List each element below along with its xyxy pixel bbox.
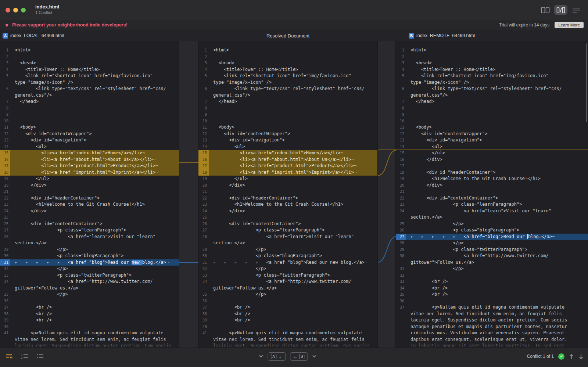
resolved-code-pane[interactable]: 1<html>23 <head>4 <title>Tower :: Home</… (198, 41, 377, 348)
line-number: 8 (0, 105, 10, 112)
code-text (10, 105, 179, 112)
close-window-button[interactable] (6, 8, 10, 12)
line-number: 10 (396, 118, 406, 125)
line-number: 4 (198, 66, 209, 73)
blue-connector-curve (378, 237, 396, 262)
merge-view-button[interactable] (554, 5, 567, 15)
line-number: 21 (0, 188, 10, 195)
invisible-char: ¬ (155, 170, 158, 175)
invisibles-icon (36, 353, 44, 360)
code-text: <br /> (10, 304, 179, 311)
promo-message: Please support your neighborhood indie d… (12, 22, 128, 28)
line-number (0, 337, 10, 343)
take-a-options-chevron[interactable] (259, 355, 263, 358)
code-row: 32 </p> (0, 266, 179, 272)
code-row: 27▸ ▸ ▸ ▸ ▸ <a href="blog">Read our blog… (396, 234, 588, 240)
code-row: 23 <h1>Welcome to the Git Crash Course!<… (198, 201, 377, 208)
code-text: </div> (406, 156, 588, 163)
take-b-button[interactable]: ← B (290, 352, 308, 361)
window-controls (6, 8, 26, 12)
code-text: type="image/x-icon" /> (209, 79, 377, 86)
line-number: 17 (396, 163, 406, 169)
code-row: 34 <br /> (396, 285, 588, 292)
code-row: 20 </div> (198, 182, 377, 189)
code-row: 9 (0, 111, 179, 118)
line-number: 21 (198, 188, 209, 195)
code-row: 22 <div id="headerContainer"> (198, 195, 377, 202)
code-text: <br /> (406, 285, 588, 292)
local-code-pane[interactable]: 1<html>23 <head>4 <title>Tower :: Home</… (0, 41, 179, 348)
unified-view-icon (572, 7, 581, 14)
code-row: 13 <div id="navigation"> (0, 137, 179, 144)
invisibles-button[interactable] (35, 352, 45, 360)
code-row: 25 </p> (396, 221, 588, 227)
code-text: vitae nec lorem. Sed tincidunt sem enim,… (10, 337, 179, 343)
code-row: 5 <link rel="shortcut icon" href="img/fa… (0, 73, 179, 79)
file-a-badge: A (3, 33, 8, 39)
code-row: general.css"/> (198, 92, 377, 99)
code-text (406, 111, 588, 118)
code-row: 33 <br /> (396, 278, 588, 285)
take-a-button[interactable]: A → (268, 352, 286, 361)
code-row: 26 <div id="contentContainer"> (198, 221, 377, 227)
code-text: <li><a href="product.html">Product</a></… (10, 163, 179, 169)
scrollbar[interactable] (586, 43, 587, 122)
code-text (10, 298, 179, 305)
code-row: 37 <br /> (198, 304, 377, 311)
code-row: 16 <li><a href="about.html">About Us</a>… (198, 156, 377, 163)
line-number: 28 (198, 234, 209, 240)
line-number (0, 240, 10, 247)
code-row: 22 <div id="contentContainer"> (396, 195, 588, 202)
previous-conflict-button[interactable] (569, 353, 574, 360)
code-text: general.css"/> (209, 92, 377, 99)
line-number: 12 (396, 131, 406, 137)
chevron-down-icon (312, 355, 317, 358)
code-row: 4 <title>Tower :: Home</title> (0, 66, 179, 73)
zoom-window-button[interactable] (21, 8, 26, 12)
line-number: 27 (198, 227, 209, 234)
code-row: 21 (198, 188, 377, 195)
line-number: 36 (198, 298, 209, 305)
changes-list-button[interactable] (4, 352, 14, 360)
invisible-char: ¬ (155, 163, 158, 168)
code-text (10, 118, 179, 125)
take-b-options-chevron[interactable] (312, 355, 317, 358)
two-pane-view-button[interactable] (539, 5, 552, 15)
remote-code-pane[interactable]: 1<html>23 <head>4 <title>Tower :: Home</… (396, 41, 588, 348)
line-number: 29 (198, 247, 209, 253)
line-number (396, 330, 406, 337)
line-number: 6 (198, 86, 209, 92)
line-numbers-button[interactable]: 1 2 (20, 352, 29, 360)
minimize-window-button[interactable] (13, 8, 18, 12)
line-number: 31 (198, 259, 209, 266)
code-row: lacinia eget. Suspendisse dictum auctor … (396, 317, 588, 324)
unified-view-button[interactable] (570, 5, 583, 15)
code-row: 1<html> (0, 47, 179, 54)
code-row: general.css"/> (396, 92, 588, 99)
code-text: <div id="headerContainer"> (209, 195, 377, 202)
code-row: 14 <ul> (0, 144, 179, 150)
invisible-char: ▸ (245, 260, 256, 265)
svg-text:2: 2 (21, 356, 23, 360)
code-text: <a href="http://www.twitter.com/ (209, 278, 377, 285)
diff-area: 1<html>23 <head>4 <title>Tower :: Home</… (0, 41, 588, 348)
next-conflict-button[interactable] (578, 353, 584, 360)
code-text: <a href="learn">Visit our "learn" (406, 208, 588, 215)
code-text: </p> (10, 247, 179, 253)
code-text: <html> (209, 47, 377, 54)
line-number: 7 (396, 98, 406, 105)
code-row: 26 <div id="contentContainer"> (0, 221, 179, 227)
learn-more-button[interactable]: Learn More (555, 22, 584, 28)
code-text (406, 188, 588, 195)
line-number: 36 (396, 298, 406, 305)
code-row: section.</a> (198, 240, 377, 247)
invisible-char: ¬ (354, 163, 356, 168)
line-number: 25 (198, 214, 209, 221)
code-row: 17 <li><a href="product.html">Product</a… (198, 163, 377, 169)
code-text: <li><a href="about.html">About Us</a></l… (10, 156, 179, 163)
code-text: <li><a href="imprint.html">Imprint</a></… (209, 169, 377, 176)
code-row: 15 <li><a href="index.html">Home</a></li… (0, 150, 179, 156)
code-text: ▸ ▸ ▸ ▸ ▸ <a href="blog">Read our blog.<… (406, 234, 588, 240)
line-number (0, 285, 10, 292)
code-row: 7 </head> (396, 98, 588, 105)
